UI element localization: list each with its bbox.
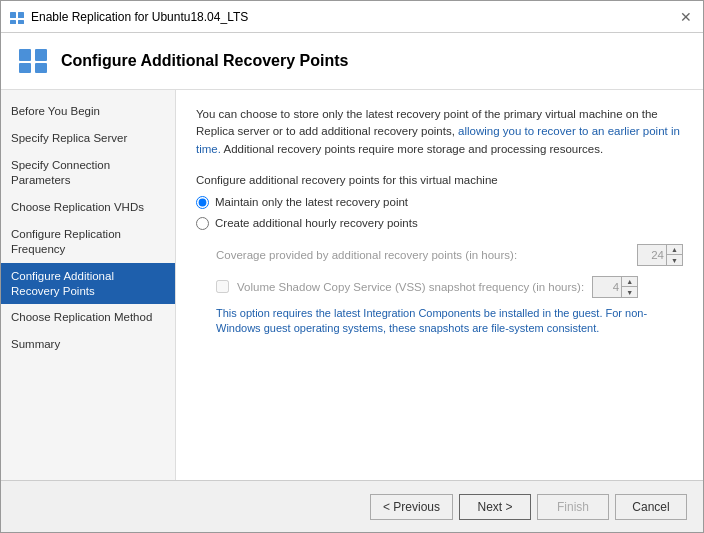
svg-rect-1 xyxy=(18,12,24,18)
radio-hourly-label[interactable]: Create additional hourly recovery points xyxy=(215,217,418,229)
description-text: You can choose to store only the latest … xyxy=(196,106,683,158)
body-area: Before You Begin Specify Replica Server … xyxy=(1,90,703,480)
sidebar-item-choose-replication-method[interactable]: Choose Replication Method xyxy=(1,304,175,331)
radio-hourly-input[interactable] xyxy=(196,217,209,230)
cancel-button[interactable]: Cancel xyxy=(615,494,687,520)
previous-button[interactable]: < Previous xyxy=(370,494,453,520)
finish-button[interactable]: Finish xyxy=(537,494,609,520)
note-text: This option requires the latest Integrat… xyxy=(196,306,683,337)
close-button[interactable]: ✕ xyxy=(677,8,695,26)
main-content: You can choose to store only the latest … xyxy=(176,90,703,480)
svg-rect-4 xyxy=(19,49,31,61)
sidebar-item-choose-replication-vhds[interactable]: Choose Replication VHDs xyxy=(1,194,175,221)
vss-decrement[interactable]: ▼ xyxy=(622,286,637,297)
footer: < Previous Next > Finish Cancel xyxy=(1,480,703,532)
radio-latest-input[interactable] xyxy=(196,196,209,209)
section-label: Configure additional recovery points for… xyxy=(196,174,683,186)
sidebar-item-specify-connection-parameters[interactable]: Specify Connection Parameters xyxy=(1,152,175,194)
main-window: Enable Replication for Ubuntu18.04_LTS ✕… xyxy=(0,0,704,533)
svg-rect-0 xyxy=(10,12,16,18)
radio-latest-only: Maintain only the latest recovery point xyxy=(196,196,683,209)
sidebar-item-specify-replica-server[interactable]: Specify Replica Server xyxy=(1,125,175,152)
radio-group: Maintain only the latest recovery point … xyxy=(196,196,683,230)
vss-checkbox[interactable] xyxy=(216,280,229,293)
vss-input[interactable]: 4 xyxy=(593,277,621,297)
coverage-label: Coverage provided by additional recovery… xyxy=(216,249,629,261)
header-section: Configure Additional Recovery Points xyxy=(1,33,703,90)
svg-rect-6 xyxy=(19,63,31,73)
vss-row: Volume Shadow Copy Service (VSS) snapsho… xyxy=(196,276,683,298)
vss-spinner: 4 ▲ ▼ xyxy=(592,276,638,298)
svg-rect-5 xyxy=(35,49,47,61)
main-wrapper: Configure Additional Recovery Points Bef… xyxy=(1,33,703,532)
page-title: Configure Additional Recovery Points xyxy=(61,52,348,70)
svg-rect-3 xyxy=(18,20,24,24)
sidebar: Before You Begin Specify Replica Server … xyxy=(1,90,176,480)
title-bar: Enable Replication for Ubuntu18.04_LTS ✕ xyxy=(1,1,703,33)
radio-latest-label[interactable]: Maintain only the latest recovery point xyxy=(215,196,408,208)
window-title: Enable Replication for Ubuntu18.04_LTS xyxy=(31,10,248,24)
coverage-decrement[interactable]: ▼ xyxy=(667,254,682,265)
sidebar-item-summary[interactable]: Summary xyxy=(1,331,175,358)
title-bar-left: Enable Replication for Ubuntu18.04_LTS xyxy=(9,9,248,25)
window-icon xyxy=(9,9,25,25)
sidebar-item-configure-replication-frequency[interactable]: Configure Replication Frequency xyxy=(1,221,175,263)
coverage-input[interactable]: 24 xyxy=(638,245,666,265)
vss-spinner-btns: ▲ ▼ xyxy=(621,277,637,297)
radio-hourly: Create additional hourly recovery points xyxy=(196,217,683,230)
svg-rect-7 xyxy=(35,63,47,73)
header-icon xyxy=(17,45,49,77)
vss-label: Volume Shadow Copy Service (VSS) snapsho… xyxy=(237,281,584,293)
sidebar-item-before-you-begin[interactable]: Before You Begin xyxy=(1,98,175,125)
svg-rect-2 xyxy=(10,20,16,24)
sidebar-item-configure-additional-recovery-points[interactable]: Configure Additional Recovery Points xyxy=(1,263,175,305)
coverage-spinner: 24 ▲ ▼ xyxy=(637,244,683,266)
coverage-increment[interactable]: ▲ xyxy=(667,245,682,255)
next-button[interactable]: Next > xyxy=(459,494,531,520)
coverage-spinner-btns: ▲ ▼ xyxy=(666,245,682,265)
description-highlight: allowing you to recover to an earlier po… xyxy=(196,125,680,154)
coverage-row: Coverage provided by additional recovery… xyxy=(196,244,683,266)
vss-increment[interactable]: ▲ xyxy=(622,277,637,287)
